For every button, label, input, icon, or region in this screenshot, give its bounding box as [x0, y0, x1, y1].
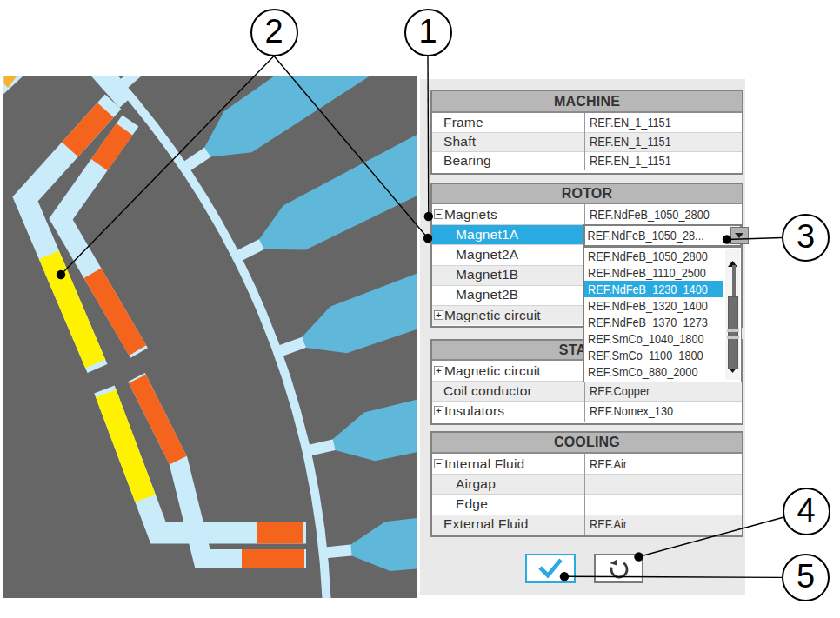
label-magnets: −Magnets	[432, 204, 584, 224]
row-label-text: Edge	[456, 496, 488, 512]
table-row-coil-conductor[interactable]: Coil conductorREF.Copper	[432, 381, 742, 401]
dropdown-item-8[interactable]: REF.SmCo_880_2000	[584, 364, 723, 381]
row-label-text: Airgap	[456, 476, 496, 492]
dropdown-item-5[interactable]: REF.NdFeB_1370_1273	[584, 314, 723, 330]
callout-circle-2: 2	[250, 9, 298, 56]
magnet-p2-inner-end[interactable]	[242, 549, 304, 568]
row-label-text: Internal Fluid	[444, 456, 524, 472]
row-label-text: Magnetic circuit	[444, 363, 541, 379]
table-machine: MACHINEFrameREF.EN_1_1151ShaftREF.EN_1_1…	[430, 90, 743, 175]
value-airgap[interactable]	[584, 474, 742, 494]
table-rotor-header: ROTOR	[432, 184, 742, 204]
dropdown-item-4[interactable]: REF.NdFeB_1320_1400	[584, 297, 723, 314]
dropdown-item-2[interactable]: REF.NdFeB_1110_2500	[584, 264, 723, 281]
callout-number: 4	[797, 492, 815, 529]
apply-button[interactable]	[525, 554, 576, 583]
dropdown-item-text: REF.SmCo_1100_1800	[588, 348, 703, 363]
dropdown-scrollbar[interactable]	[725, 249, 740, 380]
row-label-text: Magnet2A	[456, 247, 518, 262]
value-insulators[interactable]: REF.Nomex_130	[584, 401, 742, 421]
row-label-text: Frame	[443, 115, 483, 130]
dropdown-item-text: REF.NdFeB_1050_2800	[588, 249, 708, 264]
label-magnetic-circuit: +Magnetic circuit	[432, 305, 584, 325]
callout-number: 3	[797, 218, 815, 256]
value-text: REF.Nomex_130	[590, 403, 673, 419]
table-row-insulators[interactable]: +InsulatorsREF.Nomex_130	[432, 401, 742, 421]
table-row-bearing[interactable]: BearingREF.EN_1_1151	[432, 151, 742, 170]
value-external-fluid[interactable]: REF.Air	[584, 515, 742, 535]
row-label-text: Coil conductor	[443, 383, 532, 399]
callout-circle-3: 3	[782, 214, 830, 262]
combobox-value: REF.NdFeB_1050_28...	[585, 226, 704, 245]
dropdown-item-3[interactable]: REF.NdFeB_1230_1400	[584, 281, 723, 297]
row-label-text: External Fluid	[443, 516, 529, 532]
dropdown-item-text: REF.NdFeB_1110_2500	[588, 265, 706, 281]
reset-button[interactable]	[594, 554, 643, 584]
label-magnet1a: Magnet1A	[432, 224, 584, 244]
scrollbar-thumb[interactable]	[728, 296, 738, 369]
callout-circle-4: 4	[783, 488, 830, 535]
motor-cross-section	[3, 76, 417, 598]
label-insulators: +Insulators	[432, 401, 584, 421]
table-row-external-fluid[interactable]: External FluidREF.Air	[432, 515, 742, 535]
table-title: COOLING	[554, 435, 620, 450]
value-text: REF.Copper	[590, 383, 650, 399]
combo-arrow-shape	[735, 233, 743, 238]
value-frame[interactable]: REF.EN_1_1151	[584, 113, 742, 132]
expand-icon[interactable]: +	[434, 366, 443, 375]
row-label-text: Magnets	[444, 207, 497, 223]
collapse-icon[interactable]: −	[434, 459, 443, 468]
row-label-text: Magnetic circuit	[444, 308, 541, 323]
table-cooling-header: COOLING	[432, 433, 742, 454]
table-title: ROTOR	[562, 186, 612, 202]
table-row-magnets[interactable]: −MagnetsREF.NdFeB_1050_2800	[432, 204, 742, 224]
material-combobox[interactable]: REF.NdFeB_1050_28...	[583, 224, 742, 247]
value-magnets[interactable]: REF.NdFeB_1050_2800	[584, 204, 742, 224]
row-label-text: Insulators	[444, 403, 504, 419]
dropdown-item-7[interactable]: REF.SmCo_1100_1800	[584, 348, 723, 364]
magnet-p2-outer-end[interactable]	[257, 522, 303, 544]
motor-view[interactable]	[3, 76, 417, 598]
collapse-icon[interactable]: −	[434, 209, 443, 219]
value-coil-conductor[interactable]: REF.Copper	[584, 381, 742, 401]
table-row-shaft[interactable]: ShaftREF.EN_1_1151	[432, 132, 742, 151]
callout-number: 5	[797, 558, 815, 595]
table-row-internal-fluid[interactable]: −Internal FluidREF.Air	[432, 454, 742, 474]
table-row-edge[interactable]: Edge	[432, 494, 742, 514]
undo-arrowhead	[610, 560, 617, 566]
value-text: REF.EN_1_1151	[590, 153, 671, 169]
label-internal-fluid: −Internal Fluid	[432, 454, 584, 474]
expand-icon[interactable]: +	[434, 310, 443, 320]
value-text: REF.Air	[590, 516, 627, 532]
callout-number: 2	[264, 13, 283, 50]
row-label-text: Bearing	[443, 153, 491, 169]
value-bearing[interactable]: REF.EN_1_1151	[584, 151, 742, 170]
label-frame: Frame	[432, 113, 584, 132]
combobox-dropdown-button[interactable]	[730, 227, 749, 244]
thumb-grip-mark	[727, 336, 739, 339]
check-stroke	[540, 560, 561, 575]
value-internal-fluid[interactable]: REF.Air	[584, 454, 742, 474]
label-airgap: Airgap	[432, 474, 584, 494]
value-text: REF.EN_1_1151	[590, 134, 671, 150]
table-row-frame[interactable]: FrameREF.EN_1_1151	[432, 113, 742, 132]
value-text: REF.EN_1_1151	[590, 115, 671, 130]
callout-circle-1: 1	[404, 9, 452, 56]
dropdown-item-1[interactable]: REF.NdFeB_1050_2800	[584, 248, 723, 264]
value-edge[interactable]	[584, 494, 742, 514]
label-shaft: Shaft	[432, 132, 584, 151]
label-magnet1b: Magnet1B	[432, 265, 584, 285]
table-title: MACHINE	[554, 94, 620, 110]
label-coil-conductor: Coil conductor	[432, 381, 584, 401]
check-icon	[535, 557, 566, 580]
value-text: REF.NdFeB_1050_2800	[590, 207, 710, 223]
expand-icon[interactable]: +	[434, 406, 443, 415]
label-magnet2b: Magnet2B	[432, 285, 584, 305]
dropdown-item-text: REF.NdFeB_1320_1400	[588, 298, 708, 314]
dropdown-item-text: REF.NdFeB_1370_1273	[588, 315, 708, 330]
label-magnetic-circuit: +Magnetic circuit	[432, 361, 584, 381]
dropdown-item-6[interactable]: REF.SmCo_1040_1800	[584, 330, 723, 347]
table-row-airgap[interactable]: Airgap	[432, 474, 742, 494]
value-shaft[interactable]: REF.EN_1_1151	[584, 132, 742, 151]
label-magnet2a: Magnet2A	[432, 244, 584, 264]
